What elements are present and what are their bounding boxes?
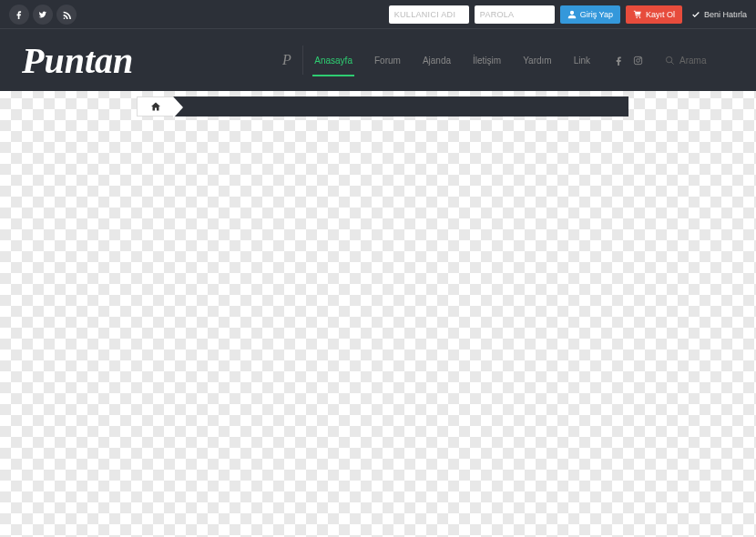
nav-label: Yardım — [523, 56, 552, 66]
user-icon — [567, 10, 577, 19]
nav-label: Ajanda — [423, 56, 451, 66]
remember-label: Beni Hatırla — [704, 10, 747, 19]
nav-item-ajanda[interactable]: Ajanda — [412, 46, 462, 75]
svg-point-2 — [640, 57, 641, 58]
top-bar: Giriş Yap Kayıt Ol Beni Hatırla — [0, 0, 756, 29]
nav-bar: P Anasayfa Forum Ajanda İletişim Yardım … — [271, 46, 734, 75]
nav-label: Anasayfa — [314, 56, 352, 66]
nav-search[interactable] — [656, 46, 734, 75]
auth-controls: Giriş Yap Kayıt Ol Beni Hatırla — [389, 5, 747, 24]
header: Puntan P Anasayfa Forum Ajanda İletişim … — [0, 29, 756, 91]
cart-icon — [633, 10, 642, 19]
facebook-icon[interactable] — [9, 5, 29, 25]
site-logo[interactable]: Puntan — [22, 39, 133, 82]
login-button-label: Giriş Yap — [580, 10, 613, 19]
nav-wrapper: P Anasayfa Forum Ajanda İletişim Yardım … — [234, 29, 734, 91]
register-button-label: Kayıt Ol — [646, 10, 675, 19]
nav-logo-icon[interactable]: P — [271, 46, 303, 75]
rss-icon[interactable] — [56, 5, 77, 25]
login-button[interactable]: Giriş Yap — [560, 5, 620, 24]
svg-point-1 — [637, 58, 640, 62]
nav-item-link[interactable]: Link — [563, 46, 601, 75]
nav-label: İletişim — [473, 56, 501, 66]
svg-line-4 — [671, 61, 674, 64]
password-input[interactable] — [475, 5, 555, 24]
register-button[interactable]: Kayıt Ol — [626, 5, 682, 24]
nav-facebook-icon[interactable] — [614, 56, 624, 66]
nav-item-iletisim[interactable]: İletişim — [462, 46, 512, 75]
social-icons — [9, 5, 77, 25]
search-input[interactable] — [679, 56, 725, 66]
nav-item-anasayfa[interactable]: Anasayfa — [303, 46, 363, 75]
breadcrumb-home[interactable] — [137, 96, 173, 117]
search-icon — [665, 56, 675, 66]
twitter-icon[interactable] — [33, 5, 53, 25]
svg-point-3 — [666, 56, 671, 62]
nav-label: Link — [574, 56, 590, 66]
nav-instagram-icon[interactable] — [633, 56, 643, 66]
nav-item-yardim[interactable]: Yardım — [512, 46, 563, 75]
breadcrumb-bar — [173, 96, 628, 117]
username-input[interactable] — [389, 5, 469, 24]
nav-social — [601, 46, 656, 75]
remember-me[interactable]: Beni Hatırla — [691, 10, 747, 19]
nav-item-forum[interactable]: Forum — [363, 46, 412, 75]
check-icon — [691, 10, 700, 19]
home-icon — [150, 101, 161, 112]
nav-label: Forum — [374, 56, 401, 66]
breadcrumb — [0, 96, 756, 117]
